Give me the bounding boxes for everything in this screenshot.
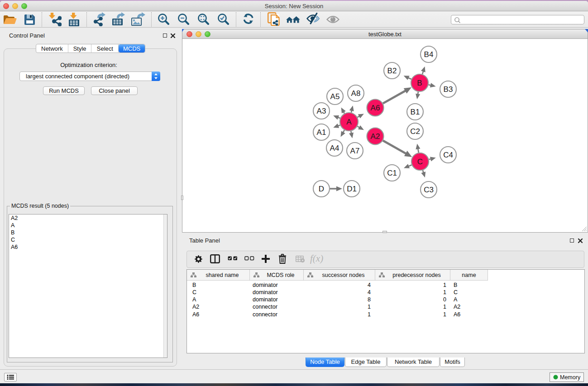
svg-text:C: C xyxy=(417,157,423,166)
svg-text:C4: C4 xyxy=(443,151,453,159)
svg-text:A4: A4 xyxy=(330,144,339,152)
svg-text:D: D xyxy=(319,185,324,193)
svg-text:A3: A3 xyxy=(317,107,326,115)
svg-text:C2: C2 xyxy=(410,127,420,136)
svg-text:A: A xyxy=(346,118,352,126)
svg-text:A2: A2 xyxy=(371,132,380,141)
svg-text:C3: C3 xyxy=(424,186,434,194)
svg-text:A1: A1 xyxy=(317,128,326,137)
svg-text:A7: A7 xyxy=(350,147,360,155)
svg-text:B2: B2 xyxy=(387,67,397,75)
svg-text:B3: B3 xyxy=(444,85,453,94)
svg-text:B: B xyxy=(417,79,422,87)
svg-text:A5: A5 xyxy=(330,92,340,101)
svg-text:B1: B1 xyxy=(411,108,420,116)
svg-text:B4: B4 xyxy=(424,50,434,59)
svg-text:C1: C1 xyxy=(387,169,397,177)
svg-text:D1: D1 xyxy=(347,185,357,193)
svg-text:A6: A6 xyxy=(371,104,380,112)
svg-text:A8: A8 xyxy=(351,89,361,98)
